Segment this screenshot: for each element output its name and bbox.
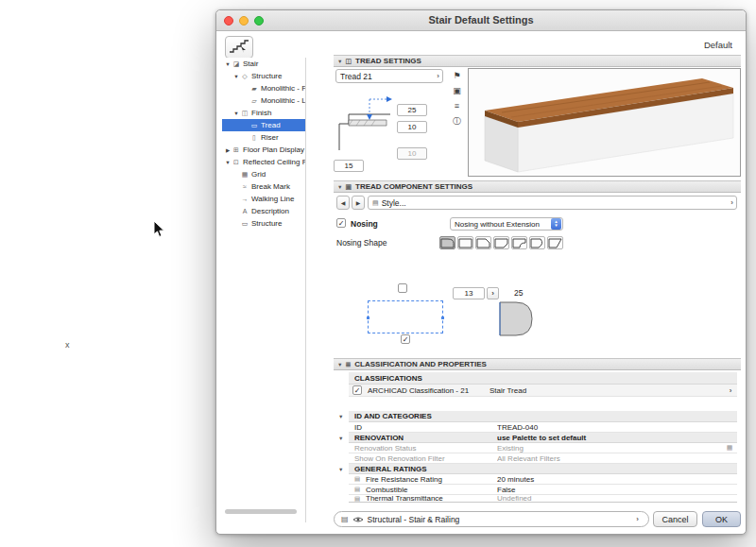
- layer-icon: ▤: [341, 515, 349, 523]
- expander-down-icon[interactable]: ▼: [232, 111, 240, 116]
- tree-item-label: Description: [251, 207, 289, 215]
- tread-3d-preview[interactable]: [468, 68, 741, 177]
- expander-down-icon[interactable]: ▼: [224, 61, 232, 67]
- info-icon[interactable]: ⓘ: [450, 114, 464, 128]
- tree-item-structure-display[interactable]: ▭ Structure: [222, 217, 305, 230]
- tread-nosing-input[interactable]: [397, 121, 427, 133]
- renovation-subheader[interactable]: RENOVATION use Palette to set default: [349, 433, 737, 443]
- selection-handle[interactable]: [367, 316, 369, 319]
- bottom-dimension-checkbox[interactable]: [401, 334, 410, 344]
- preview-picture-icon[interactable]: ▣: [450, 84, 464, 97]
- nosing-depth-stepper-button[interactable]: ›: [487, 287, 499, 299]
- stair-default-settings-dialog: Stair Default Settings Default ▼ ◪ Stair…: [215, 9, 747, 535]
- tree-item-monolithic-landing[interactable]: ▱ Monolithic - Landing: [222, 94, 305, 107]
- tree-item-stair[interactable]: ▼ ◪ Stair: [222, 58, 305, 70]
- previous-component-button[interactable]: ◀: [336, 196, 350, 210]
- fire-resistance-value[interactable]: 20 minutes: [497, 475, 737, 484]
- tree-item-label: Stair: [243, 60, 258, 68]
- collapse-triangle-icon[interactable]: ▼: [337, 362, 342, 368]
- structure-display-icon: ▭: [240, 220, 249, 228]
- stair-tool-button[interactable]: [225, 36, 253, 59]
- tree-item-floor-plan-display[interactable]: ▶ ⊞ Floor Plan Display: [222, 144, 305, 156]
- section-disclosure-icon[interactable]: ▼: [338, 467, 343, 472]
- tread-preset-dropdown[interactable]: Tread 21 ›: [335, 69, 443, 83]
- shape-ogee-icon: [530, 238, 544, 248]
- nosing-shape-chamfer-bottom-button[interactable]: [493, 236, 509, 249]
- tread-component-settings-header[interactable]: ▼ ▣ TREAD COMPONENT SETTINGS: [334, 180, 741, 193]
- nosing-shape-chamfer-top-button[interactable]: [475, 236, 491, 249]
- section-view-icon[interactable]: ≡: [450, 99, 464, 112]
- tree-item-label: Tread: [261, 121, 281, 129]
- tree-horizontal-scrollbar[interactable]: [225, 509, 297, 514]
- expander-down-icon[interactable]: ▼: [232, 74, 240, 79]
- nosing-shape-angled-button[interactable]: [547, 236, 563, 249]
- section-title: CLASSIFICATION AND PROPERTIES: [354, 360, 487, 368]
- tree-item-riser[interactable]: ▯ Riser: [222, 131, 305, 144]
- tree-item-tread[interactable]: ▭ Tread: [222, 119, 305, 131]
- renovation-status-row[interactable]: Renovation Status Existing ▦: [349, 443, 737, 453]
- walking-line-icon: →: [240, 196, 249, 202]
- section-disclosure-icon[interactable]: ▼: [338, 436, 343, 441]
- nosing-shape-ogee-button[interactable]: [529, 236, 545, 249]
- eye-icon: [352, 516, 364, 523]
- expander-right-icon[interactable]: ▶: [224, 147, 232, 153]
- tree-item-break-mark[interactable]: ≈ Break Mark: [222, 180, 305, 193]
- section-disclosure-icon[interactable]: ▼: [338, 414, 343, 419]
- id-categories-subheader[interactable]: ID AND CATEGORIES: [349, 411, 737, 422]
- thermal-transmittance-row[interactable]: ▤Thermal Transmittance Undefined: [349, 495, 737, 503]
- cancel-button[interactable]: Cancel: [653, 511, 697, 527]
- ok-button[interactable]: OK: [702, 511, 741, 527]
- tree-item-monolithic-flight[interactable]: ▰ Monolithic - Flight: [222, 82, 305, 94]
- shape-angled-icon: [548, 238, 562, 248]
- top-dimension-checkbox[interactable]: [398, 283, 407, 293]
- nosing-type-dropdown[interactable]: Nosing without Extension ▲▼: [450, 217, 563, 231]
- tree-item-finish[interactable]: ▼ ◫ Finish: [222, 107, 305, 119]
- chevron-right-icon[interactable]: ›: [724, 386, 737, 395]
- expander-down-icon[interactable]: ▼: [224, 160, 232, 165]
- tread-plan-preview[interactable]: [368, 300, 443, 333]
- collapse-triangle-icon[interactable]: ▼: [337, 184, 342, 190]
- close-window-icon[interactable]: [224, 16, 233, 26]
- show-on-renovation-filter-row[interactable]: Show On Renovation Filter All Relevant F…: [349, 453, 737, 464]
- renovation-palette-icon[interactable]: ▦: [722, 444, 737, 452]
- selection-handle[interactable]: [441, 316, 444, 319]
- flag-icon[interactable]: ⚑: [450, 69, 464, 82]
- window-controls: [224, 16, 264, 26]
- zoom-window-icon[interactable]: [254, 16, 264, 26]
- id-row[interactable]: ID TREAD-040: [349, 422, 737, 433]
- thermal-value[interactable]: Undefined: [497, 495, 737, 503]
- tread-settings-header[interactable]: ▼ ◫ TREAD SETTINGS: [334, 55, 741, 67]
- tread-width-input[interactable]: [334, 160, 364, 172]
- tread-preset-value: Tread 21: [340, 72, 372, 81]
- main-panel: ▼ ◫ TREAD SETTINGS Tread 21 › ⚑ ▣ ≡ ⓘ: [334, 10, 741, 536]
- tree-item-grid[interactable]: ▦ Grid: [222, 168, 305, 180]
- nosing-shape-concave-button[interactable]: [511, 236, 527, 249]
- classification-row[interactable]: ARCHICAD Classification - 21 Stair Tread…: [349, 385, 737, 397]
- general-ratings-subheader[interactable]: GENERAL RATINGS: [349, 464, 737, 474]
- tree-item-label: Structure: [251, 219, 282, 228]
- id-value[interactable]: TREAD-040: [497, 423, 737, 432]
- tread-dimension-sketch: [335, 95, 394, 154]
- classification-checkbox[interactable]: [352, 385, 362, 395]
- nosing-shape-round-button[interactable]: [439, 236, 455, 249]
- classification-properties-header[interactable]: ▼ ≣ CLASSIFICATION AND PROPERTIES: [334, 358, 741, 370]
- tread-thickness-input[interactable]: [397, 104, 427, 116]
- layer-selector[interactable]: ▤ Structural - Stair & Railing ›: [334, 511, 649, 527]
- classification-value[interactable]: Stair Tread: [490, 386, 724, 395]
- collapse-triangle-icon[interactable]: ▼: [337, 59, 342, 64]
- tree-item-label: Monolithic - Flight: [261, 84, 305, 93]
- section-title: TREAD COMPONENT SETTINGS: [355, 182, 472, 191]
- tree-item-structure[interactable]: ▼ ◇ Structure: [222, 70, 305, 82]
- nosing-shape-square-button[interactable]: [457, 236, 473, 249]
- minimize-window-icon[interactable]: [239, 16, 249, 26]
- tree-item-reflected-ceiling-plan[interactable]: ▼ ⊡ Reflected Ceiling Plan Displ: [222, 156, 305, 168]
- combustible-row[interactable]: ▤Combustible False: [349, 485, 737, 495]
- style-dropdown[interactable]: ▤ Style... ›: [368, 196, 737, 210]
- nosing-depth-input[interactable]: [453, 287, 485, 299]
- nosing-checkbox[interactable]: [336, 218, 346, 228]
- tree-item-description[interactable]: A Description: [222, 205, 305, 217]
- combustible-value[interactable]: False: [497, 486, 737, 494]
- fire-resistance-row[interactable]: ▤Fire Resistance Rating 20 minutes: [349, 474, 737, 485]
- next-component-button[interactable]: ▶: [352, 196, 365, 210]
- tree-item-walking-line[interactable]: → Walking Line: [222, 193, 305, 205]
